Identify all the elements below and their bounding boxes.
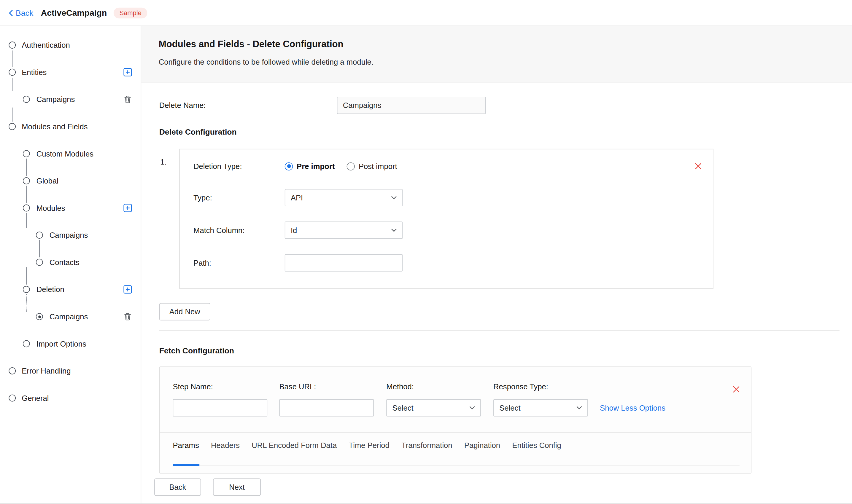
page-bottom-border [0, 503, 852, 504]
deletion-type-label: Deletion Type: [193, 162, 242, 170]
plus-square-icon[interactable] [123, 204, 132, 212]
sidebar-item-import-options[interactable]: Import Options [0, 330, 141, 358]
sidebar-item-general[interactable]: General [0, 384, 141, 412]
step-name-input[interactable] [173, 399, 267, 416]
path-input[interactable] [285, 254, 403, 272]
sidebar-item-label: Entities [22, 68, 47, 76]
type-dropdown[interactable]: API [285, 189, 403, 206]
sidebar-item-label: Error Handling [22, 366, 71, 375]
step-circle-icon [23, 286, 30, 293]
method-label: Method: [386, 382, 414, 391]
sidebar-item-custom-modules[interactable]: Custom Modules [0, 140, 141, 167]
tab-headers[interactable]: Headers [211, 441, 240, 449]
chevron-down-icon [576, 406, 582, 410]
type-dropdown-value: API [291, 193, 303, 202]
step-circle-icon [8, 395, 16, 402]
step-circle-icon [36, 232, 43, 239]
match-column-dropdown[interactable]: Id [285, 221, 403, 239]
show-less-options-link[interactable]: Show Less Options [600, 403, 665, 412]
remove-delete-config-icon[interactable] [694, 162, 702, 170]
sidebar-item-deletion-campaigns-selected[interactable]: Campaigns [0, 303, 141, 330]
active-tab-underline [173, 464, 199, 466]
next-button[interactable]: Next [213, 479, 261, 496]
connector-line [39, 240, 40, 258]
base-url-input[interactable] [279, 399, 374, 416]
sidebar-item-modules-contacts[interactable]: Contacts [0, 249, 141, 276]
connector-line [12, 108, 13, 122]
sidebar-item-modules-campaigns[interactable]: Campaigns [0, 221, 141, 249]
sidebar-item-deletion[interactable]: Deletion [0, 276, 141, 303]
plus-square-icon[interactable] [123, 68, 132, 76]
back-link-label: Back [16, 8, 33, 17]
sidebar-item-label: Modules and Fields [22, 122, 88, 131]
connector-line [26, 267, 27, 285]
sidebar-item-modules-and-fields[interactable]: Modules and Fields [0, 113, 141, 140]
sidebar-item-label: Modules [36, 204, 65, 212]
pre-import-label[interactable]: Pre import [297, 162, 335, 170]
tabs-separator [160, 432, 751, 433]
sidebar-item-modules[interactable]: Modules [0, 195, 141, 222]
connector-line-dotted [26, 294, 27, 312]
sidebar-item-error-handling[interactable]: Error Handling [0, 357, 141, 384]
path-label: Path: [193, 258, 211, 267]
plus-square-icon[interactable] [123, 285, 132, 294]
sidebar-item-label: Deletion [36, 285, 64, 294]
match-column-dropdown-value: Id [291, 226, 297, 234]
remove-fetch-config-icon[interactable] [732, 385, 740, 393]
step-circle-selected-icon [36, 313, 43, 320]
tab-transformation[interactable]: Transformation [401, 441, 452, 449]
post-import-radio[interactable] [347, 162, 355, 170]
connector-line [12, 50, 13, 67]
trash-icon[interactable] [123, 312, 132, 321]
step-circle-icon [23, 204, 30, 212]
step-circle-icon [23, 340, 30, 347]
page-title: Modules and Fields - Delete Configuratio… [159, 39, 344, 50]
tab-params[interactable]: Params [173, 441, 199, 449]
post-import-label[interactable]: Post import [359, 162, 397, 170]
step-name-label: Step Name: [173, 382, 213, 391]
sidebar-item-authentication[interactable]: Authentication [0, 32, 141, 59]
sample-badge: Sample [113, 7, 147, 18]
step-circle-icon [23, 96, 30, 103]
fetch-configuration-heading: Fetch Configuration [159, 346, 234, 355]
fetch-configuration-card: Step Name: Base URL: Method: Select Resp… [159, 366, 751, 473]
tab-pagination[interactable]: Pagination [464, 441, 500, 449]
tab-time-period[interactable]: Time Period [349, 441, 389, 449]
type-label: Type: [193, 193, 212, 202]
page-subtitle: Configure the conditions to be followed … [159, 57, 373, 66]
config-item-number: 1. [160, 158, 167, 166]
section-divider [159, 330, 839, 331]
connector-line [26, 159, 27, 176]
delete-name-input[interactable] [337, 97, 486, 114]
back-button[interactable]: Back [154, 479, 201, 496]
chevron-left-icon [8, 10, 13, 16]
tab-entities-config[interactable]: Entities Config [512, 441, 561, 449]
sidebar-item-global[interactable]: Global [0, 167, 141, 195]
method-dropdown[interactable]: Select [386, 399, 481, 416]
step-circle-icon [8, 41, 16, 49]
step-circle-icon [23, 177, 30, 184]
response-type-label: Response Type: [493, 382, 548, 391]
add-new-button[interactable]: Add New [159, 303, 210, 321]
response-type-dropdown[interactable]: Select [493, 399, 588, 416]
connector-line [12, 78, 13, 91]
step-circle-icon [23, 150, 30, 157]
sidebar-item-entities-campaigns[interactable]: Campaigns [0, 86, 141, 113]
sidebar-item-entities[interactable]: Entities [0, 59, 141, 86]
main-content: Modules and Fields - Delete Configuratio… [141, 26, 852, 504]
delete-configuration-card: Deletion Type: Pre import Post import Ty… [179, 149, 713, 289]
step-circle-icon [36, 259, 43, 266]
trash-icon[interactable] [123, 95, 132, 104]
sidebar-item-label: Campaigns [50, 312, 88, 321]
connector-line [26, 185, 27, 203]
tab-url-encoded-form-data[interactable]: URL Encoded Form Data [251, 441, 337, 449]
response-type-dropdown-value: Select [499, 403, 520, 412]
back-link[interactable]: Back [8, 8, 33, 17]
connector-line [26, 213, 27, 228]
method-dropdown-value: Select [392, 403, 413, 412]
sidebar-item-label: Authentication [22, 41, 70, 49]
page-header: Modules and Fields - Delete Configuratio… [141, 26, 852, 83]
pre-import-radio[interactable] [285, 162, 293, 170]
match-column-label: Match Column: [193, 226, 244, 234]
chevron-down-icon [391, 229, 397, 232]
